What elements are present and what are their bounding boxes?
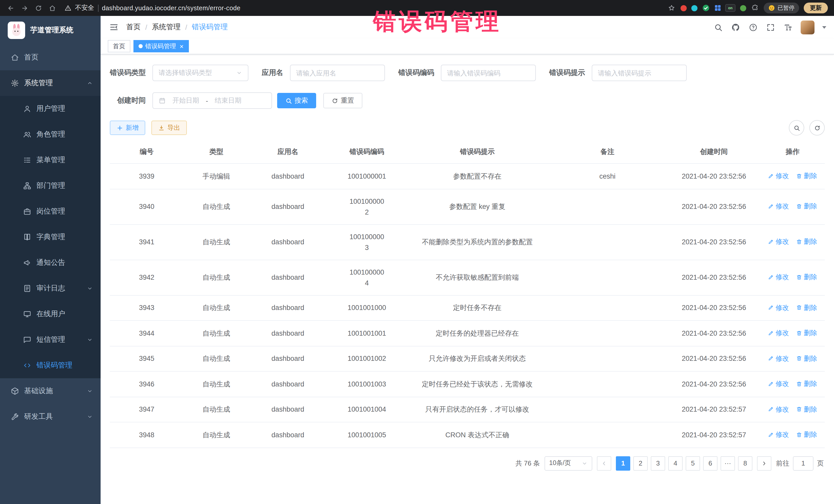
- font-size-icon[interactable]: [783, 22, 793, 32]
- tab-home[interactable]: 首页: [108, 40, 130, 52]
- sidebar-item-role[interactable]: 角色管理: [0, 122, 101, 147]
- bookmark-star-icon[interactable]: [667, 4, 676, 12]
- edit-link[interactable]: 修改: [768, 429, 789, 440]
- sidebar-item-post[interactable]: 岗位管理: [0, 199, 101, 224]
- tab-close-icon[interactable]: ×: [180, 43, 183, 49]
- sidebar-item-system[interactable]: 系统管理: [0, 70, 101, 96]
- home-nav-icon[interactable]: [46, 2, 59, 14]
- delete-link[interactable]: 删除: [796, 353, 817, 364]
- delete-link[interactable]: 删除: [796, 272, 817, 283]
- forward-icon[interactable]: [18, 2, 31, 14]
- error-hint-input[interactable]: [592, 65, 687, 81]
- column-header[interactable]: 类型: [183, 140, 249, 163]
- extension-icon-green[interactable]: [740, 5, 746, 11]
- page-button-1[interactable]: 1: [616, 456, 630, 470]
- export-button[interactable]: 导出: [151, 120, 187, 135]
- url-text[interactable]: dashboard.yudao.iocoder.cn/system/error-…: [102, 4, 240, 12]
- sidebar-item-error-code[interactable]: 错误码管理: [0, 353, 101, 378]
- update-button[interactable]: 更新: [804, 3, 828, 13]
- app-name-input[interactable]: [290, 65, 385, 81]
- refresh-table-button[interactable]: [809, 120, 825, 135]
- search-icon[interactable]: [714, 22, 723, 32]
- user-avatar[interactable]: [800, 20, 814, 34]
- search-button[interactable]: 搜索: [277, 93, 316, 108]
- delete-link[interactable]: 删除: [796, 404, 817, 414]
- edit-link[interactable]: 修改: [768, 404, 789, 414]
- sidebar-item-dict[interactable]: 字典管理: [0, 224, 101, 250]
- edit-link[interactable]: 修改: [768, 353, 789, 364]
- extension-icon-teal[interactable]: [691, 5, 697, 11]
- sidebar-item-user[interactable]: 用户管理: [0, 96, 101, 122]
- avatar-caret-icon[interactable]: [822, 26, 826, 28]
- sidebar-item-audit-log[interactable]: 审计日志: [0, 276, 101, 301]
- pager-ellipsis[interactable]: ···: [721, 456, 735, 470]
- edit-link[interactable]: 修改: [768, 378, 789, 389]
- security-label[interactable]: 不安全: [75, 4, 94, 12]
- column-header[interactable]: 创建时间: [667, 140, 760, 163]
- github-icon[interactable]: [731, 22, 741, 32]
- menu-fold-icon[interactable]: [108, 22, 119, 33]
- page-button-3[interactable]: 3: [651, 456, 665, 470]
- sidebar-item-menu[interactable]: 菜单管理: [0, 147, 101, 173]
- delete-link[interactable]: 删除: [796, 378, 817, 389]
- toggle-search-button[interactable]: [789, 120, 804, 135]
- sidebar-logo-row[interactable]: 芋道管理系统: [0, 16, 101, 45]
- sidebar-item-devtool[interactable]: 研发工具: [0, 404, 101, 430]
- page-button-8[interactable]: 8: [738, 456, 752, 470]
- sidebar-item-dept[interactable]: 部门管理: [0, 173, 101, 199]
- delete-link[interactable]: 删除: [796, 302, 817, 313]
- date-range-picker[interactable]: 开始日期 - 结束日期: [152, 92, 272, 109]
- add-button[interactable]: 新增: [110, 120, 145, 135]
- back-icon[interactable]: [4, 2, 17, 14]
- start-date-input[interactable]: 开始日期: [169, 96, 202, 105]
- edit-link[interactable]: 修改: [768, 302, 789, 313]
- fullscreen-icon[interactable]: [766, 22, 775, 32]
- column-header[interactable]: 错误码提示: [407, 140, 547, 163]
- delete-link[interactable]: 删除: [796, 327, 817, 338]
- reload-icon[interactable]: [32, 2, 45, 14]
- end-date-input[interactable]: 结束日期: [212, 96, 245, 105]
- next-page-button[interactable]: [757, 456, 771, 470]
- sidebar-item-infra[interactable]: 基础设施: [0, 378, 101, 404]
- error-type-select[interactable]: 请选择错误码类型: [152, 65, 248, 81]
- delete-link[interactable]: 删除: [796, 201, 817, 212]
- breadcrumb-home[interactable]: 首页: [126, 23, 140, 32]
- reset-button[interactable]: 重置: [323, 93, 363, 108]
- page-button-2[interactable]: 2: [633, 456, 648, 470]
- tab-error-code[interactable]: 错误码管理×: [133, 40, 189, 52]
- goto-page-input[interactable]: [793, 456, 813, 470]
- edit-link[interactable]: 修改: [768, 272, 789, 283]
- page-button-5[interactable]: 5: [686, 456, 700, 470]
- sidebar-item-sms[interactable]: 短信管理: [0, 327, 101, 353]
- profile-paused-badge[interactable]: 已暂停: [764, 3, 799, 13]
- delete-link[interactable]: 删除: [796, 236, 817, 247]
- delete-link[interactable]: 删除: [796, 429, 817, 440]
- extensions-puzzle-icon[interactable]: [751, 4, 759, 12]
- page-size-select[interactable]: 10条/页: [545, 456, 592, 470]
- sidebar-item-online-user[interactable]: 在线用户: [0, 301, 101, 327]
- extension-icon-green-check[interactable]: [702, 4, 710, 12]
- error-code-input[interactable]: [441, 65, 536, 81]
- edit-link[interactable]: 修改: [768, 201, 789, 212]
- page-button-6[interactable]: 6: [703, 456, 718, 470]
- extension-icon-red[interactable]: [680, 5, 686, 11]
- prev-page-button[interactable]: [597, 456, 611, 470]
- column-header[interactable]: 备注: [547, 140, 667, 163]
- column-header[interactable]: 操作: [760, 140, 825, 163]
- edit-link[interactable]: 修改: [768, 236, 789, 247]
- address-bar[interactable]: 不安全 dashboard.yudao.iocoder.cn/system/er…: [65, 4, 240, 12]
- page-button-4[interactable]: 4: [668, 456, 683, 470]
- column-header[interactable]: 错误码编码: [326, 140, 407, 163]
- extension-icon-grid[interactable]: [715, 5, 721, 11]
- column-header[interactable]: 编号: [110, 140, 183, 163]
- column-header[interactable]: 应用名: [249, 140, 326, 163]
- toolbar-right: [789, 120, 825, 135]
- delete-link[interactable]: 删除: [796, 170, 817, 181]
- sidebar-item-notice[interactable]: 通知公告: [0, 250, 101, 276]
- edit-link[interactable]: 修改: [768, 327, 789, 338]
- breadcrumb-system[interactable]: 系统管理: [152, 23, 181, 32]
- help-icon[interactable]: [748, 22, 758, 32]
- sidebar-item-home[interactable]: 首页: [0, 45, 101, 70]
- edit-link[interactable]: 修改: [768, 170, 789, 181]
- extension-icon-on-badge[interactable]: on: [725, 4, 736, 12]
